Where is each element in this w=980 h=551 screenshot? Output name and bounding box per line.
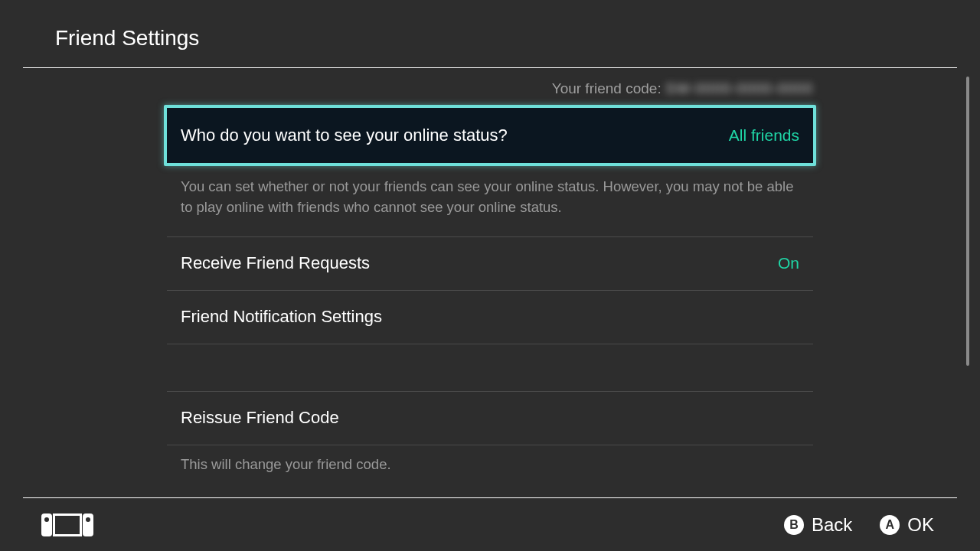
friend-code-row: Your friend code: SW-0000-0000-0000 — [167, 77, 813, 105]
svg-rect-4 — [83, 514, 93, 536]
footer-bar: B Back A OK — [23, 497, 957, 551]
notification-settings-row[interactable]: Friend Notification Settings — [167, 291, 813, 344]
friend-code-value: SW-0000-0000-0000 — [665, 80, 813, 97]
back-label: Back — [812, 514, 852, 536]
reissue-friend-code-row[interactable]: Reissue Friend Code — [167, 392, 813, 445]
back-button[interactable]: B Back — [784, 514, 852, 536]
scrollbar-thumb[interactable] — [966, 77, 969, 366]
console-icon — [41, 514, 93, 536]
settings-list: Your friend code: SW-0000-0000-0000 Who … — [167, 68, 813, 481]
notification-settings-label: Friend Notification Settings — [181, 307, 382, 327]
svg-point-5 — [86, 517, 90, 522]
receive-requests-value: On — [778, 254, 799, 272]
online-status-description: You can set whether or not your friends … — [167, 166, 813, 237]
scrollbar[interactable] — [966, 77, 969, 490]
page-header: Friend Settings — [0, 0, 980, 67]
svg-point-1 — [44, 517, 49, 522]
svg-rect-3 — [55, 516, 80, 534]
b-button-icon: B — [784, 515, 804, 535]
a-button-icon: A — [880, 515, 900, 535]
ok-label: OK — [907, 514, 934, 536]
online-status-value: All friends — [729, 126, 799, 145]
footer-buttons: B Back A OK — [784, 514, 934, 536]
svg-rect-0 — [41, 514, 52, 536]
online-status-row[interactable]: Who do you want to see your online statu… — [164, 105, 816, 166]
reissue-friend-code-description: This will change your friend code. — [167, 445, 813, 481]
receive-requests-label: Receive Friend Requests — [181, 253, 370, 273]
online-status-label: Who do you want to see your online statu… — [181, 126, 508, 145]
spacer-row — [167, 344, 813, 392]
friend-code-label: Your friend code: — [552, 80, 662, 96]
page-title: Friend Settings — [55, 26, 980, 51]
ok-button[interactable]: A OK — [880, 514, 934, 536]
receive-requests-row[interactable]: Receive Friend Requests On — [167, 237, 813, 291]
reissue-friend-code-label: Reissue Friend Code — [181, 408, 339, 428]
